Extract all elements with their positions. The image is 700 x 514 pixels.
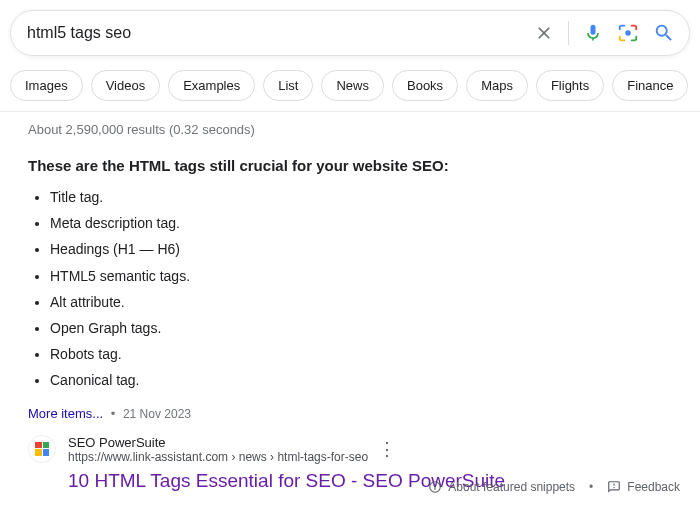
result-url: https://www.link-assistant.com › news › …	[68, 450, 368, 464]
list-item: HTML5 semantic tags.	[50, 267, 680, 285]
info-icon	[428, 480, 442, 494]
more-items-link[interactable]: More items...	[28, 406, 103, 421]
clear-icon[interactable]	[534, 23, 554, 43]
kebab-icon[interactable]: ⋮	[378, 443, 396, 455]
chip-list[interactable]: List	[263, 70, 313, 101]
snippet-heading: These are the HTML tags still crucial fo…	[28, 157, 680, 174]
search-bar[interactable]	[10, 10, 690, 56]
chip-maps[interactable]: Maps	[466, 70, 528, 101]
chip-news[interactable]: News	[321, 70, 384, 101]
voice-search-icon[interactable]	[583, 23, 603, 43]
feedback-icon	[607, 480, 621, 494]
chip-images[interactable]: Images	[10, 70, 83, 101]
snippet-date: 21 Nov 2023	[123, 407, 191, 421]
divider	[0, 111, 700, 112]
separator: •	[589, 480, 593, 494]
chip-finance[interactable]: Finance	[612, 70, 688, 101]
search-icon[interactable]	[653, 22, 675, 44]
result-site-name: SEO PowerSuite	[68, 435, 368, 450]
chip-flights[interactable]: Flights	[536, 70, 604, 101]
list-item: Canonical tag.	[50, 371, 680, 389]
favicon	[28, 435, 56, 463]
divider	[568, 21, 569, 45]
feedback-label: Feedback	[627, 480, 680, 494]
separator: •	[111, 406, 116, 421]
list-item: Meta description tag.	[50, 214, 680, 232]
list-item: Title tag.	[50, 188, 680, 206]
chip-videos[interactable]: Videos	[91, 70, 161, 101]
about-snippets-label: About featured snippets	[448, 480, 575, 494]
result-stats: About 2,590,000 results (0.32 seconds)	[28, 122, 680, 137]
list-item: Headings (H1 — H6)	[50, 240, 680, 258]
svg-point-0	[625, 30, 631, 36]
image-search-icon[interactable]	[617, 22, 639, 44]
feedback-link[interactable]: Feedback	[607, 480, 680, 494]
chip-examples[interactable]: Examples	[168, 70, 255, 101]
list-item: Alt attribute.	[50, 293, 680, 311]
about-snippets-link[interactable]: About featured snippets	[428, 480, 575, 494]
chip-books[interactable]: Books	[392, 70, 458, 101]
snippet-list: Title tag. Meta description tag. Heading…	[28, 188, 680, 390]
list-item: Robots tag.	[50, 345, 680, 363]
list-item: Open Graph tags.	[50, 319, 680, 337]
filter-chips: Images Videos Examples List News Books M…	[10, 70, 690, 101]
search-input[interactable]	[25, 23, 534, 43]
